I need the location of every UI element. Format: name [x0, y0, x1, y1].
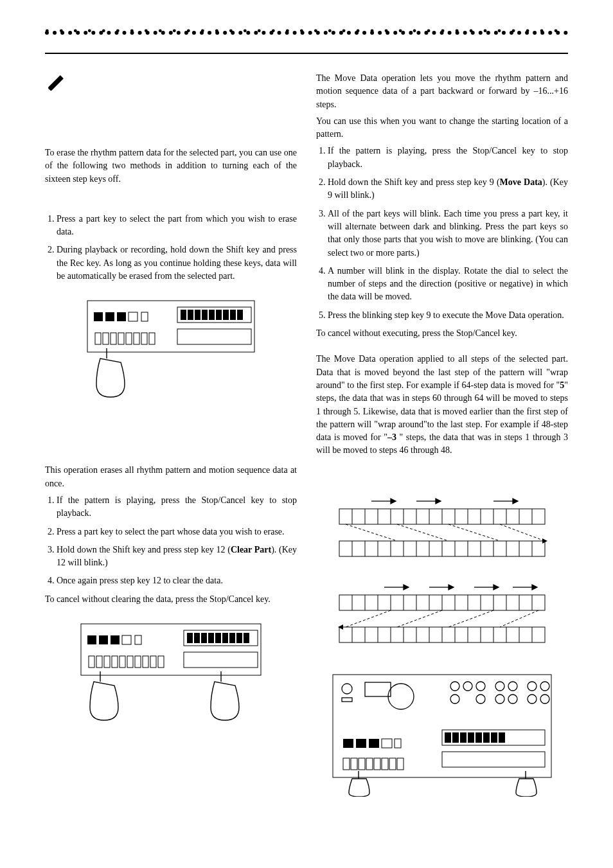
svg-rect-25	[141, 333, 147, 344]
svg-rect-39	[208, 633, 214, 643]
svg-rect-44	[244, 633, 249, 643]
svg-rect-15	[216, 310, 222, 320]
svg-rect-180	[359, 758, 365, 770]
move-explain: The Move Data operation applied to all s…	[316, 353, 568, 457]
svg-rect-43	[236, 633, 242, 643]
move-step5: Press the blinking step key 9 to execute…	[328, 309, 568, 322]
svg-rect-52	[143, 656, 148, 668]
svg-marker-144	[338, 624, 343, 630]
svg-rect-54	[158, 656, 164, 668]
left-column: To erase the rhythm pattern data for the…	[45, 72, 297, 812]
svg-rect-37	[194, 633, 200, 643]
method2-cancel: To cancel without clearing the data, pre…	[45, 593, 297, 606]
svg-marker-139	[532, 585, 537, 590]
svg-rect-49	[120, 656, 125, 668]
svg-point-152	[476, 682, 485, 691]
svg-point-153	[495, 682, 504, 691]
svg-rect-41	[222, 633, 228, 643]
svg-rect-179	[351, 758, 357, 770]
svg-marker-94	[513, 499, 518, 504]
move-step4: A number will blink in the display. Rota…	[328, 265, 568, 304]
svg-rect-7	[141, 312, 148, 321]
svg-point-157	[495, 695, 504, 704]
svg-rect-164	[356, 739, 366, 748]
svg-rect-174	[475, 732, 482, 743]
svg-rect-53	[150, 656, 156, 668]
svg-point-160	[540, 682, 549, 691]
svg-rect-42	[229, 633, 235, 643]
svg-rect-169	[442, 752, 545, 767]
svg-rect-38	[201, 633, 207, 643]
diagram-device-full	[316, 668, 568, 797]
diagram-clear-part	[45, 617, 297, 727]
svg-rect-4	[105, 312, 114, 321]
svg-rect-184	[389, 758, 396, 770]
svg-point-162	[540, 695, 549, 704]
svg-marker-0	[48, 75, 64, 91]
svg-line-142	[449, 610, 493, 627]
svg-rect-50	[127, 656, 133, 668]
method1-list: Press a part key to select the part from…	[45, 213, 297, 283]
svg-rect-36	[187, 633, 193, 643]
right-column: The Move Data operation lets you move th…	[316, 72, 568, 812]
horizontal-rule	[45, 53, 568, 54]
svg-rect-19	[95, 333, 101, 344]
svg-rect-48	[112, 656, 118, 668]
svg-marker-137	[493, 585, 499, 590]
svg-line-143	[500, 610, 538, 627]
svg-rect-165	[369, 739, 379, 748]
svg-rect-51	[135, 656, 141, 668]
move-cancel: To cancel without executing, press the S…	[316, 327, 568, 340]
svg-rect-32	[122, 635, 131, 644]
svg-rect-11	[188, 310, 193, 320]
svg-rect-172	[460, 732, 466, 743]
svg-rect-26	[149, 333, 155, 344]
svg-point-158	[508, 695, 517, 704]
method2-list: If the pattern is playing, press the Sto…	[45, 494, 297, 588]
diagram-wrap-backward	[316, 582, 568, 653]
svg-rect-40	[215, 633, 221, 643]
svg-rect-163	[343, 739, 353, 748]
erase-intro: To erase the rhythm pattern data for the…	[45, 146, 297, 186]
svg-line-141	[397, 610, 442, 627]
diagram-wrap-forward	[316, 496, 568, 567]
svg-marker-135	[449, 585, 454, 590]
svg-rect-14	[209, 310, 215, 320]
svg-marker-90	[391, 499, 396, 504]
svg-rect-5	[117, 312, 126, 321]
svg-line-98	[500, 524, 545, 541]
svg-line-97	[449, 524, 500, 541]
svg-rect-178	[343, 758, 350, 770]
svg-rect-10	[181, 310, 186, 320]
svg-rect-23	[126, 333, 132, 344]
move-step2: Hold down the Shift key and press step k…	[328, 176, 568, 202]
svg-rect-6	[129, 312, 138, 321]
method2-intro: This operation erases all rhythm pattern…	[45, 464, 297, 490]
svg-rect-18	[237, 310, 243, 320]
svg-point-161	[528, 695, 537, 704]
svg-point-150	[450, 682, 459, 691]
svg-rect-45	[89, 656, 94, 668]
svg-rect-22	[118, 333, 124, 344]
svg-rect-147	[342, 698, 352, 702]
svg-rect-182	[374, 758, 380, 770]
method2-step3: Hold down the Shift key and press step k…	[57, 544, 297, 570]
move-p1: The Move Data operation lets you move th…	[316, 72, 568, 111]
diagram-erase-realtime	[45, 294, 297, 403]
svg-rect-167	[395, 739, 401, 748]
dot-separator	[45, 31, 568, 35]
svg-rect-175	[483, 732, 490, 743]
svg-rect-31	[111, 635, 120, 644]
svg-point-159	[528, 682, 537, 691]
svg-rect-16	[223, 310, 229, 320]
svg-rect-17	[230, 310, 236, 320]
svg-marker-92	[436, 499, 441, 504]
svg-line-96	[397, 524, 449, 541]
svg-rect-13	[202, 310, 208, 320]
move-step3: All of the part keys will blink. Each ti…	[328, 208, 568, 260]
move-p2: You can use this when you want to change…	[316, 115, 568, 141]
move-step1: If the pattern is playing, press the Sto…	[328, 145, 568, 171]
svg-rect-20	[103, 333, 109, 344]
svg-rect-35	[184, 652, 258, 668]
method1-step1: Press a part key to select the part from…	[57, 213, 297, 239]
